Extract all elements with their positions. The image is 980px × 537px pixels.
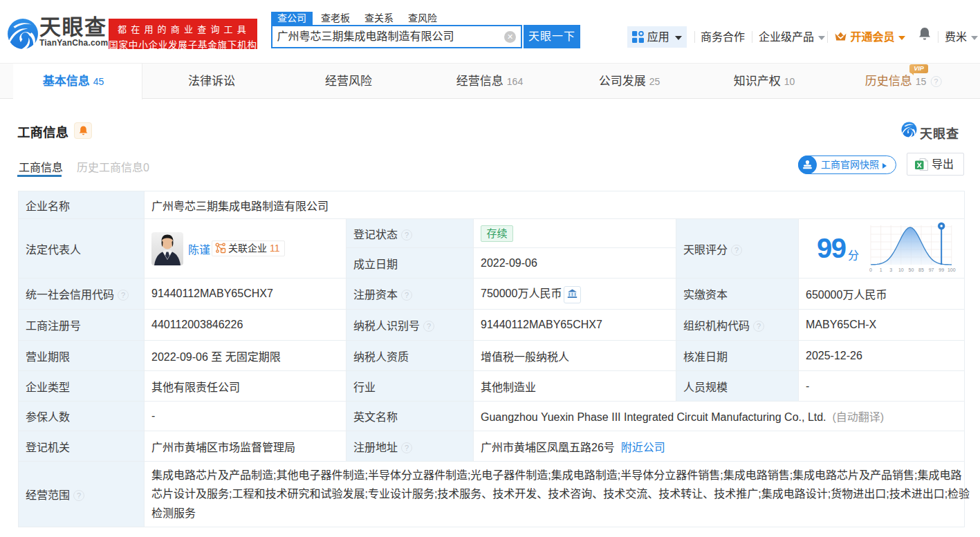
svg-text:85: 85 bbox=[918, 267, 924, 272]
svg-text:3: 3 bbox=[889, 267, 892, 272]
svg-text:1: 1 bbox=[880, 267, 882, 272]
svg-text:99: 99 bbox=[939, 267, 944, 272]
svg-text:0: 0 bbox=[869, 267, 872, 272]
svg-text:10: 10 bbox=[898, 267, 904, 272]
svg-text:100: 100 bbox=[947, 267, 956, 272]
svg-text:97: 97 bbox=[929, 267, 934, 272]
svg-text:50: 50 bbox=[909, 267, 914, 272]
